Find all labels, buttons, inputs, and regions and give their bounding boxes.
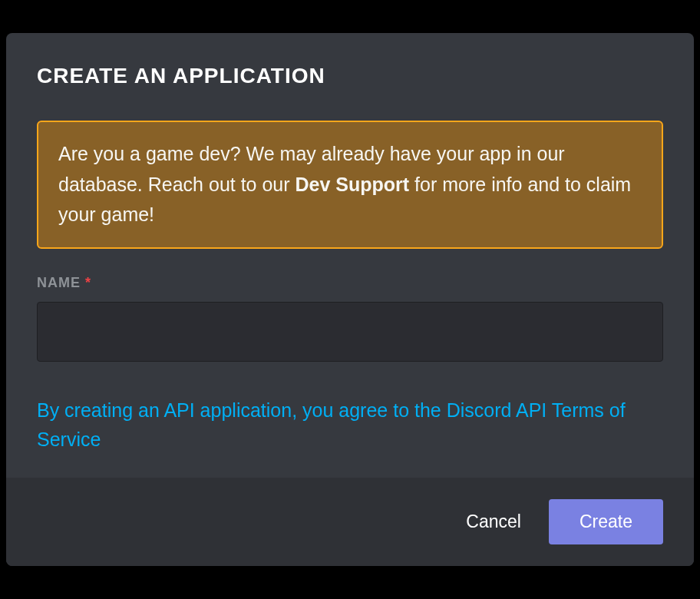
modal-body: CREATE AN APPLICATION Are you a game dev… xyxy=(6,33,694,478)
create-application-modal: CREATE AN APPLICATION Are you a game dev… xyxy=(6,33,694,566)
name-input[interactable] xyxy=(37,302,663,362)
info-banner-text: Are you a game dev? We may already have … xyxy=(58,139,642,230)
modal-footer: Cancel Create xyxy=(6,478,694,566)
cancel-button[interactable]: Cancel xyxy=(460,502,527,541)
name-field-label: NAME xyxy=(37,275,81,291)
dev-support-link[interactable]: Dev Support xyxy=(296,174,410,195)
required-mark: * xyxy=(85,275,91,291)
info-banner: Are you a game dev? We may already have … xyxy=(37,121,663,249)
modal-title: CREATE AN APPLICATION xyxy=(37,64,663,88)
terms-of-service-link[interactable]: By creating an API application, you agre… xyxy=(37,395,636,455)
create-button[interactable]: Create xyxy=(549,499,663,544)
name-field-label-row: NAME * xyxy=(37,275,663,291)
